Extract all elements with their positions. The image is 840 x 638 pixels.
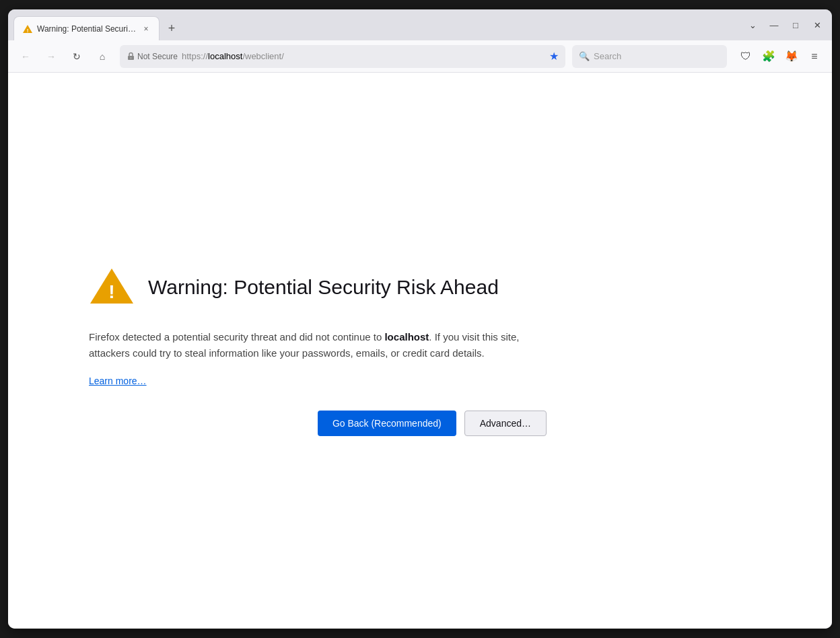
learn-more-link[interactable]: Learn more… (89, 376, 147, 386)
tab-bar: ! Warning: Potential Securi… × + ⌄ — □ ✕ (8, 9, 832, 40)
forward-button[interactable]: → (40, 46, 62, 67)
url-display: https://localhost/webclient/ (182, 51, 545, 61)
new-tab-button[interactable]: + (162, 19, 181, 38)
toolbar: ← → ↻ ⌂ ! Not Secure https://localhost/w… (8, 40, 832, 73)
close-button[interactable]: ✕ (808, 15, 827, 34)
not-secure-lock-icon: ! (127, 52, 135, 61)
back-button[interactable]: ← (15, 46, 36, 67)
svg-text:!: ! (131, 57, 131, 60)
tab-title: Warning: Potential Securi… (37, 24, 136, 34)
search-icon: 🔍 (579, 51, 590, 61)
tab-list-button[interactable]: ⌄ (743, 15, 762, 34)
error-description: Firefox detected a potential security th… (89, 329, 547, 361)
warning-icon-container: ! (89, 266, 135, 309)
svg-text:!: ! (27, 27, 29, 33)
error-header: ! Warning: Potential Security Risk Ahead (89, 266, 547, 309)
advanced-button[interactable]: Advanced… (464, 411, 547, 436)
error-body: Firefox detected a potential security th… (89, 329, 547, 436)
error-container: ! Warning: Potential Security Risk Ahead… (89, 266, 547, 436)
search-box[interactable]: 🔍 Search (572, 45, 727, 68)
page-content: ! Warning: Potential Security Risk Ahead… (8, 73, 832, 629)
hostname-highlight: localhost (384, 331, 429, 343)
address-bar[interactable]: ! Not Secure https://localhost/webclient… (120, 45, 565, 68)
bookmark-icon[interactable]: ★ (549, 50, 559, 63)
pocket-button[interactable]: 🛡 (735, 46, 757, 67)
reload-button[interactable]: ↻ (66, 46, 88, 67)
warning-triangle-icon: ! (89, 266, 135, 306)
page-title: Warning: Potential Security Risk Ahead (148, 275, 499, 299)
tab-favicon-icon: ! (22, 24, 33, 34)
extensions-button[interactable]: 🧩 (758, 46, 779, 67)
go-back-button[interactable]: Go Back (Recommended) (318, 411, 456, 436)
menu-button[interactable]: ≡ (804, 46, 825, 67)
not-secure-label: Not Secure (137, 52, 178, 61)
minimize-button[interactable]: — (765, 15, 783, 34)
firefox-icon-button[interactable]: 🦊 (781, 46, 802, 67)
search-placeholder: Search (594, 51, 621, 61)
toolbar-icons: 🛡 🧩 🦊 ≡ (735, 46, 825, 67)
button-row: Go Back (Recommended) Advanced… (89, 411, 547, 436)
window-controls: ⌄ — □ ✕ (743, 15, 827, 34)
security-icon: ! Not Secure (127, 52, 178, 61)
home-button[interactable]: ⌂ (92, 46, 113, 67)
active-tab[interactable]: ! Warning: Potential Securi… × (13, 16, 160, 40)
svg-text:!: ! (108, 281, 114, 302)
maximize-button[interactable]: □ (786, 15, 805, 34)
tab-close-button[interactable]: × (140, 23, 152, 35)
